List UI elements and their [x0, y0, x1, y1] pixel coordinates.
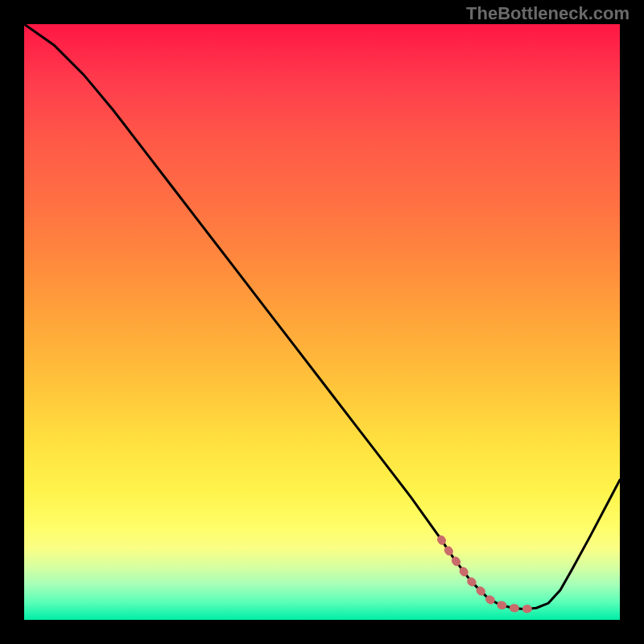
chart-dotted-segment: [441, 539, 536, 609]
chart-plot-area: [24, 24, 620, 620]
chart-main-curve: [24, 24, 620, 609]
chart-svg: [24, 24, 620, 620]
watermark-text: TheBottleneck.com: [466, 3, 630, 24]
